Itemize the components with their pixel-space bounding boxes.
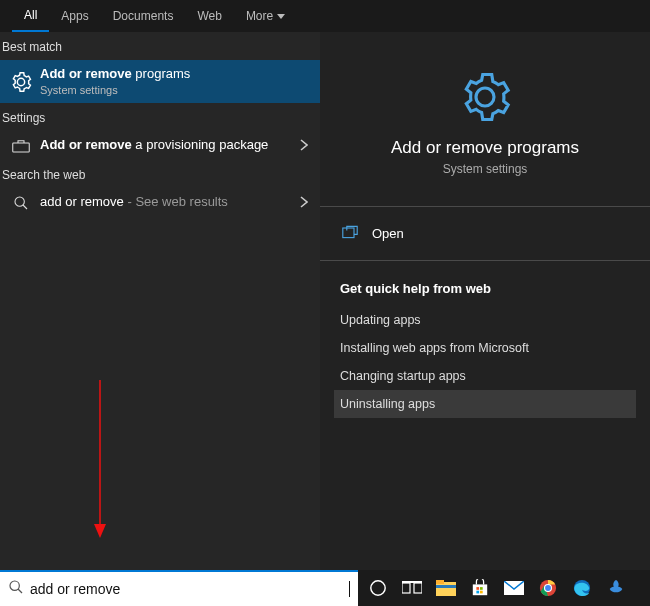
search-icon [8, 195, 34, 211]
help-link-updating-apps[interactable]: Updating apps [334, 306, 636, 334]
result-subtitle: System settings [40, 83, 312, 97]
svg-rect-14 [476, 587, 479, 590]
svg-rect-17 [480, 591, 483, 594]
tab-more-label: More [246, 9, 273, 23]
result-title-match: Add or remove [40, 137, 132, 152]
svg-marker-4 [94, 524, 106, 538]
help-link-changing-startup-apps[interactable]: Changing startup apps [334, 362, 636, 390]
chevron-down-icon [277, 9, 285, 23]
section-search-web: Search the web [0, 160, 320, 188]
chevron-right-icon [296, 138, 312, 154]
svg-rect-13 [473, 584, 487, 595]
preview-title: Add or remove programs [391, 138, 579, 158]
svg-rect-0 [13, 143, 30, 152]
search-filter-tabs: All Apps Documents Web More [0, 0, 650, 32]
text-caret [349, 581, 350, 597]
taskbar-app-icon[interactable] [602, 574, 630, 602]
help-link-installing-web-apps[interactable]: Installing web apps from Microsoft [334, 334, 636, 362]
svg-rect-15 [480, 587, 483, 590]
package-icon [8, 139, 34, 153]
section-settings: Settings [0, 103, 320, 131]
gear-icon [8, 71, 34, 93]
help-header: Get quick help from web [340, 281, 630, 296]
result-text: add or remove - See web results [34, 194, 296, 211]
open-label: Open [372, 226, 404, 241]
svg-point-6 [371, 581, 385, 595]
help-link-uninstalling-apps[interactable]: Uninstalling apps [334, 390, 636, 418]
divider [320, 206, 650, 207]
svg-rect-16 [476, 591, 479, 594]
svg-rect-8 [414, 583, 422, 593]
svg-rect-7 [402, 583, 410, 593]
gear-icon [458, 70, 512, 124]
result-title-rest: - See web results [124, 194, 228, 209]
result-web-search[interactable]: add or remove - See web results [0, 188, 320, 217]
result-settings-provisioning[interactable]: Add or remove a provisioning package [0, 131, 320, 160]
annotation-arrow [90, 380, 110, 540]
result-title-rest: a provisioning package [132, 137, 269, 152]
search-box[interactable] [0, 570, 358, 606]
result-text: Add or remove programs System settings [34, 66, 312, 97]
result-title-rest: programs [132, 66, 191, 81]
result-title-match: Add or remove [40, 66, 132, 81]
svg-point-21 [545, 585, 551, 591]
bottom-bar [0, 570, 650, 606]
svg-point-1 [15, 197, 24, 206]
tab-all[interactable]: All [12, 0, 49, 32]
tab-more[interactable]: More [234, 0, 297, 32]
taskbar-file-explorer-icon[interactable] [432, 574, 460, 602]
tab-documents[interactable]: Documents [101, 0, 186, 32]
svg-rect-11 [436, 580, 444, 584]
svg-rect-10 [436, 582, 456, 596]
svg-rect-9 [402, 581, 422, 583]
tab-web[interactable]: Web [185, 0, 233, 32]
open-icon [342, 225, 358, 242]
section-best-match: Best match [0, 32, 320, 60]
taskbar-taskview-icon[interactable] [398, 574, 426, 602]
results-list: Best match Add or remove programs System… [0, 32, 320, 570]
result-best-match[interactable]: Add or remove programs System settings [0, 60, 320, 103]
preview-hero: Add or remove programs System settings [340, 52, 630, 194]
taskbar-store-icon[interactable] [466, 574, 494, 602]
svg-point-5 [10, 581, 19, 590]
chevron-right-icon [296, 195, 312, 211]
result-title-match: add or remove [40, 194, 124, 209]
svg-rect-2 [343, 228, 354, 238]
taskbar-mail-icon[interactable] [500, 574, 528, 602]
divider [320, 260, 650, 261]
result-text: Add or remove a provisioning package [34, 137, 296, 154]
preview-subtitle: System settings [443, 162, 528, 176]
search-input[interactable] [30, 581, 351, 597]
search-icon [8, 579, 24, 599]
svg-rect-12 [436, 585, 456, 588]
open-action[interactable]: Open [340, 219, 630, 248]
taskbar-chrome-icon[interactable] [534, 574, 562, 602]
taskbar-cortana-icon[interactable] [364, 574, 392, 602]
tab-apps[interactable]: Apps [49, 0, 100, 32]
taskbar [358, 570, 650, 606]
taskbar-edge-icon[interactable] [568, 574, 596, 602]
preview-pane: Add or remove programs System settings O… [320, 32, 650, 570]
